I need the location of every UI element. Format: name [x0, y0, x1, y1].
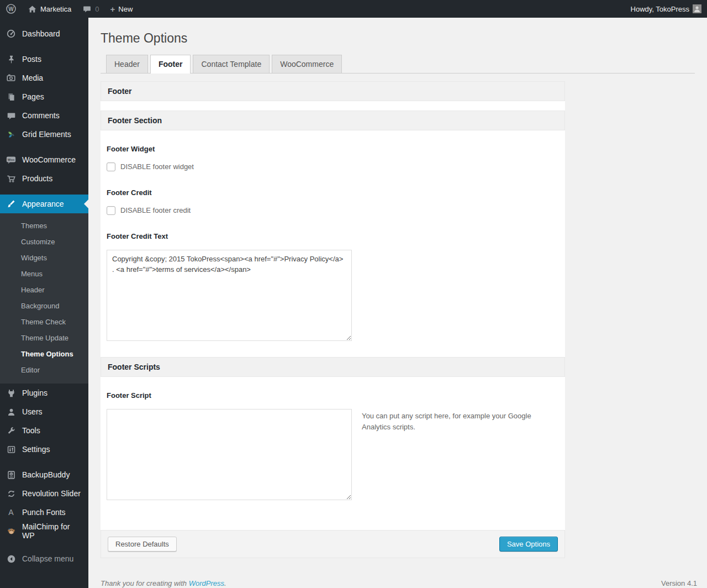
sidebar-item-appearance[interactable]: Appearance [0, 195, 88, 213]
comment-count: 0 [95, 5, 99, 13]
sidebar-item-label: BackupBuddy [22, 470, 70, 479]
sidebar-item-dashboard[interactable]: Dashboard [0, 24, 88, 43]
tab-header[interactable]: Header [106, 55, 148, 73]
wordpress-logo-icon: W [6, 3, 17, 14]
disable-footer-credit-text: DISABLE footer credit [120, 206, 191, 214]
restore-defaults-button[interactable]: Restore Defaults [108, 537, 177, 552]
sidebar-item-mailchimp[interactable]: MailChimp for WP [0, 522, 88, 540]
sidebar-item-label: Collapse menu [22, 554, 73, 563]
woocommerce-icon: Woo [6, 154, 17, 165]
sidebar-item-woocommerce[interactable]: Woo WooCommerce [0, 150, 88, 169]
sidebar-item-label: Tools [22, 426, 40, 435]
howdy-text: Howdy, TokoPress [631, 5, 689, 13]
sidebar-item-tools[interactable]: Tools [0, 421, 88, 440]
sidebar-item-label: Users [22, 407, 43, 416]
plus-icon: + [110, 5, 115, 13]
home-icon [28, 4, 37, 14]
submenu-item-background[interactable]: Background [0, 298, 88, 314]
pushpin-icon [6, 54, 17, 65]
admin-sidebar: Dashboard Posts Media Pages Comments Gri… [0, 18, 88, 588]
sidebar-item-settings[interactable]: Settings [0, 440, 88, 459]
sidebar-item-revolution-slider[interactable]: Revolution Slider [0, 484, 88, 503]
submenu-item-theme-update[interactable]: Theme Update [0, 330, 88, 346]
thanks-suffix: . [224, 579, 226, 587]
sidebar-item-media[interactable]: Media [0, 69, 88, 87]
user-icon [6, 406, 17, 417]
wrench-icon [6, 425, 17, 436]
submenu-item-menus[interactable]: Menus [0, 266, 88, 282]
tab-bar: HeaderFooterContact TemplateWooCommerce [101, 55, 695, 74]
new-content-menu[interactable]: + New [105, 0, 139, 18]
sidebar-item-products[interactable]: Products [0, 169, 88, 188]
refresh-cycle-icon [6, 488, 17, 499]
cart-icon [6, 173, 17, 184]
submenu-item-customize[interactable]: Customize [0, 234, 88, 250]
sidebar-item-label: WooCommerce [22, 155, 76, 164]
footer-scripts-bar: Footer Scripts [101, 357, 565, 377]
save-options-button[interactable]: Save Options [499, 537, 558, 552]
sidebar-item-grid-elements[interactable]: Grid Elements [0, 125, 88, 144]
theme-options-panel: Footer Footer Section Footer Widget DISA… [101, 81, 565, 558]
sidebar-item-label: Grid Elements [22, 130, 71, 139]
sidebar-item-punch-fonts[interactable]: A Punch Fonts [0, 503, 88, 522]
footer-script-hint: You can put any script here, for example… [362, 409, 533, 433]
wordpress-logo-menu[interactable]: W [0, 0, 22, 18]
footer-credit-textarea[interactable]: Copyright &copy; 2015 TokoPress<span><a … [107, 250, 352, 341]
version-text: Version 4.1 [661, 579, 697, 587]
svg-text:Woo: Woo [8, 158, 15, 161]
sidebar-item-posts[interactable]: Posts [0, 50, 88, 69]
wordpress-link[interactable]: WordPress [189, 579, 224, 587]
sidebar-item-collapse-menu[interactable]: Collapse menu [0, 549, 88, 568]
disable-footer-widget-checkbox[interactable] [107, 162, 115, 171]
comment-bubble-icon [82, 4, 92, 14]
sidebar-item-label: Appearance [22, 200, 64, 208]
tab-footer[interactable]: Footer [150, 55, 191, 74]
new-label: New [118, 5, 133, 13]
appearance-submenu: Themes Customize Widgets Menus Header Ba… [0, 213, 88, 384]
my-account-menu[interactable]: Howdy, TokoPress [625, 0, 707, 18]
sidebar-item-comments[interactable]: Comments [0, 106, 88, 125]
submenu-item-theme-options[interactable]: Theme Options [0, 346, 88, 362]
disable-footer-widget-text: DISABLE footer widget [120, 162, 194, 171]
disable-footer-credit-checkbox[interactable] [107, 206, 115, 215]
comments-menu[interactable]: 0 [77, 0, 104, 18]
plugin-icon [6, 387, 17, 398]
sidebar-item-label: Media [22, 74, 43, 82]
mailchimp-monkey-icon [6, 526, 17, 537]
sidebar-item-label: Dashboard [22, 29, 60, 38]
tab-contact-template[interactable]: Contact Template [193, 55, 270, 73]
site-name: Marketica [40, 5, 71, 13]
sidebar-item-label: Pages [22, 92, 44, 101]
letter-a-icon: A [6, 507, 17, 518]
sidebar-item-pages[interactable]: Pages [0, 87, 88, 106]
pages-icon [6, 91, 17, 102]
panel-title-bar: Footer [101, 81, 565, 101]
sidebar-item-label: Settings [22, 445, 50, 454]
svg-text:W: W [8, 6, 14, 12]
submenu-item-themes[interactable]: Themes [0, 218, 88, 234]
avatar [693, 4, 701, 13]
footer-credit-text-label: Footer Credit Text [107, 232, 558, 240]
appearance-brush-icon [6, 198, 17, 209]
sidebar-item-label: MailChimp for WP [22, 522, 84, 540]
sidebar-item-label: Products [22, 174, 52, 183]
camera-icon [6, 72, 17, 83]
submenu-item-theme-check[interactable]: Theme Check [0, 314, 88, 330]
sidebar-item-label: Revolution Slider [22, 489, 81, 498]
footer-widget-label: Footer Widget [107, 145, 558, 153]
collapse-arrow-icon [6, 553, 17, 564]
footer-script-textarea[interactable] [107, 409, 352, 500]
site-link[interactable]: Marketica [22, 0, 77, 18]
sidebar-item-label: Punch Fonts [22, 508, 66, 517]
tab-woocommerce[interactable]: WooCommerce [272, 55, 342, 73]
sidebar-item-backupbuddy[interactable]: BackupBuddy [0, 465, 88, 484]
footer-script-label: Footer Script [107, 391, 558, 400]
sidebar-item-users[interactable]: Users [0, 402, 88, 421]
submenu-item-editor[interactable]: Editor [0, 362, 88, 378]
backupbuddy-icon [6, 469, 17, 480]
panel-footer-bar: Restore Defaults Save Options [101, 530, 565, 558]
submenu-item-header[interactable]: Header [0, 282, 88, 298]
sidebar-item-plugins[interactable]: Plugins [0, 384, 88, 402]
thank-you-text: Thank you for creating with WordPress. [101, 579, 226, 587]
submenu-item-widgets[interactable]: Widgets [0, 250, 88, 266]
